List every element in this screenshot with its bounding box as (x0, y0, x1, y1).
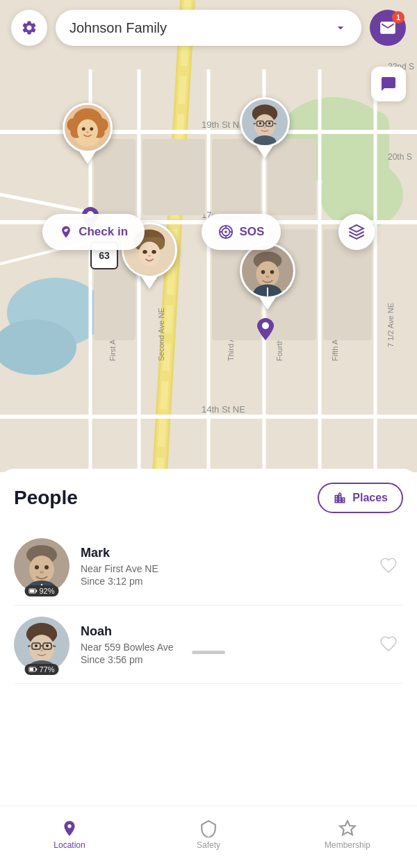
noah-info: Noah Near 559 Bowles Ave Since 3:56 pm (81, 624, 363, 665)
nav-membership-label: Membership (325, 840, 370, 850)
svg-point-77 (225, 231, 228, 233)
svg-point-85 (35, 565, 39, 569)
chat-button[interactable] (371, 67, 406, 101)
check-in-label: Check in (79, 225, 128, 239)
noah-battery-value: 77% (39, 665, 54, 674)
svg-text:Second Ave NE: Second Ave NE (157, 308, 165, 361)
svg-line-101 (53, 646, 56, 646)
notification-button[interactable]: 1 (370, 10, 406, 46)
noah-battery: 77% (24, 664, 58, 675)
mark-avatar-container: 92% (14, 538, 70, 594)
mark-info: Mark Near First Ave NE Since 3:12 pm (81, 546, 363, 587)
panel-header: People Places (14, 483, 403, 513)
nav-location[interactable]: Location (0, 806, 139, 868)
svg-point-64 (148, 255, 151, 257)
noah-avatar-container: 77% (14, 617, 70, 672)
svg-rect-92 (29, 590, 34, 592)
drag-indicator (192, 651, 225, 654)
layers-button[interactable] (338, 214, 375, 250)
svg-line-100 (28, 646, 31, 646)
mark-battery-value: 92% (39, 587, 54, 595)
noah-name: Noah (81, 624, 363, 639)
svg-rect-108 (29, 668, 33, 671)
svg-line-53 (274, 124, 276, 124)
svg-point-70 (265, 275, 270, 278)
header: Johnson Family 1 (0, 0, 417, 56)
svg-line-52 (254, 124, 256, 124)
bottom-nav: Location Safety Membership (0, 806, 417, 868)
mark-battery: 92% (24, 585, 58, 596)
svg-rect-107 (36, 669, 38, 671)
svg-text:20th S: 20th S (388, 152, 412, 162)
mark-name: Mark (81, 546, 363, 560)
mark-location: Near First Ave NE (81, 563, 363, 574)
svg-point-44 (86, 131, 88, 133)
svg-point-103 (46, 644, 49, 647)
svg-point-86 (44, 565, 49, 569)
svg-point-42 (82, 127, 85, 131)
svg-point-74 (262, 322, 269, 329)
svg-point-56 (263, 126, 265, 128)
svg-point-68 (261, 270, 265, 274)
nav-location-label: Location (54, 840, 85, 850)
noah-favorite-button[interactable] (374, 629, 403, 660)
svg-point-54 (259, 122, 261, 124)
nav-safety-label: Safety (197, 840, 220, 850)
sos-button[interactable]: SOS (202, 214, 281, 250)
person-item-mark[interactable]: 92% Mark Near First Ave NE Since 3:12 pm (14, 527, 403, 606)
svg-point-102 (35, 644, 38, 647)
map-pin-male2[interactable] (240, 243, 295, 310)
sos-label: SOS (239, 225, 264, 239)
person-item-noah[interactable]: 77% Noah Near 559 Bowles Ave Since 3:56 … (14, 606, 403, 684)
family-selector[interactable]: Johnson Family (56, 10, 361, 46)
svg-point-62 (142, 250, 147, 254)
map-pin-female1[interactable] (63, 103, 113, 164)
svg-point-55 (268, 122, 270, 124)
family-name: Johnson Family (70, 20, 167, 36)
places-label: Places (352, 492, 388, 504)
svg-text:14th St NE: 14th St NE (202, 404, 245, 415)
svg-point-63 (152, 250, 156, 254)
nav-membership[interactable]: Membership (278, 806, 417, 868)
check-in-button[interactable]: Check in (42, 214, 145, 250)
noah-time: Since 3:56 pm (81, 654, 363, 665)
svg-point-104 (40, 650, 43, 652)
places-button[interactable]: Places (318, 483, 403, 513)
svg-text:7 1/2 Ave NE: 7 1/2 Ave NE (386, 303, 395, 347)
nav-safety[interactable]: Safety (139, 806, 278, 868)
svg-point-43 (90, 127, 93, 131)
panel-title: People (14, 487, 78, 509)
svg-text:19th St NE: 19th St NE (202, 119, 245, 130)
map-view[interactable]: 19th St NE 17th St NE 14th St NE First A… (0, 0, 417, 472)
mark-time: Since 3:12 pm (81, 576, 363, 587)
svg-rect-27 (142, 139, 205, 215)
settings-button[interactable] (11, 10, 47, 46)
svg-point-69 (270, 270, 275, 274)
map-dot-pin-2 (257, 318, 274, 340)
svg-rect-91 (36, 590, 38, 592)
svg-point-87 (40, 571, 44, 574)
map-action-buttons: Check in SOS (0, 214, 417, 250)
map-pin-glasses[interactable] (240, 97, 290, 158)
svg-point-41 (77, 119, 98, 142)
mark-favorite-button[interactable] (374, 551, 403, 582)
notification-badge: 1 (392, 11, 404, 24)
